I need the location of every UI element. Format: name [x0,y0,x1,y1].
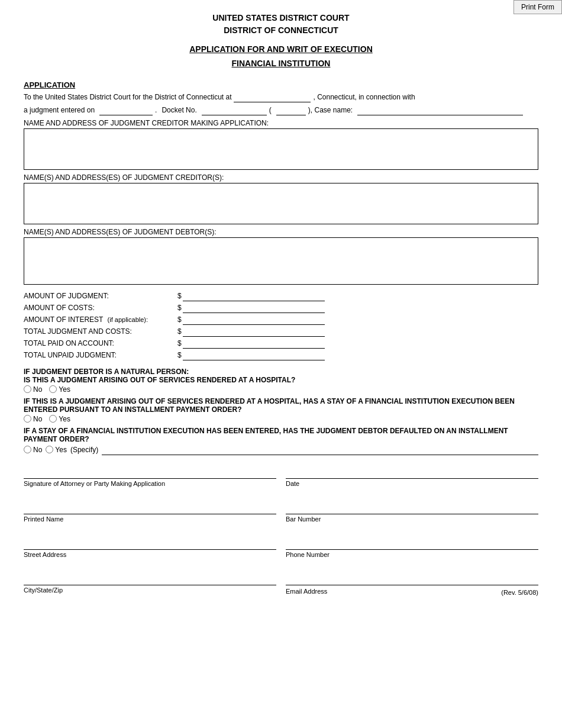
sig-email-label: Email Address [286,588,327,595]
creditors-box [24,183,538,224]
creditors-input[interactable] [24,183,538,224]
amount-judgment-input[interactable] [183,291,325,301]
application-section-title: APPLICATION [24,80,538,89]
sig-street-label: Street Address [24,551,276,558]
amount-costs-input[interactable] [183,302,325,313]
total-unpaid-label: TOTAL UNPAID JUDGMENT: [24,351,177,359]
q2-no-label[interactable]: No [24,415,42,423]
sig-printed-name-field: Printed Name [24,497,276,523]
q3-bold: IF A STAY OF A FINANCIAL INSTITUTION EXE… [24,427,538,443]
judgment-date-input[interactable] [99,105,153,115]
dollar-sign-5: $ [177,339,182,347]
total-paid-input[interactable] [183,338,325,349]
total-jc-label: TOTAL JUDGMENT AND COSTS: [24,327,177,336]
amount-costs-row: AMOUNT OF COSTS: $ [24,302,538,313]
total-unpaid-input[interactable] [183,350,325,360]
q1-bold: IF JUDGMENT DEBTOR IS A NATURAL PERSON: … [24,368,538,384]
sig-phone-label: Phone Number [286,551,538,558]
sig-date-input[interactable] [286,461,538,479]
debtors-label: NAME(S) AND ADDRESS(ES) OF JUDGMENT DEBT… [24,228,217,236]
amount-judgment-label: AMOUNT OF JUDGMENT: [24,292,177,300]
dollar-sign-4: $ [177,327,182,336]
specify-label: (Specify) [70,446,98,454]
sig-bar-number-input[interactable] [286,497,538,514]
sig-email-input[interactable] [286,568,538,585]
q1-yes-radio[interactable] [49,385,57,393]
sig-street-input[interactable] [24,532,276,550]
q1-yes-label[interactable]: Yes [49,385,70,394]
sig-city-field: City/State/Zip [24,568,276,596]
sig-city-label: City/State/Zip [24,587,276,594]
q2-radio-row: No Yes [24,415,538,423]
print-form-button[interactable]: Print Form [513,0,562,14]
revision-note: (Rev. 5/6/08) [501,589,538,596]
form-header: UNITED STATES DISTRICT COURT DISTRICT OF… [24,12,538,71]
form-title2: FINANCIAL INSTITUTION [232,59,331,68]
q3-yes-label[interactable]: Yes [46,446,67,454]
sig-phone-input[interactable] [286,532,538,550]
signature-section: Signature of Attorney or Party Making Ap… [24,461,538,596]
q2-no-radio[interactable] [24,415,31,423]
sig-date-field: Date [286,461,538,487]
amount-costs-label: AMOUNT OF COSTS: [24,304,177,312]
docket-no-label: Docket No. [162,106,196,114]
total-paid-label: TOTAL PAID ON ACCOUNT: [24,339,177,347]
court-city-input[interactable] [234,92,311,102]
form-title1: APPLICATION FOR AND WRIT OF EXECUTION [189,44,373,54]
amount-interest-input[interactable] [183,314,325,325]
creditor-making-box [24,128,538,170]
dollar-sign-1: $ [177,292,182,300]
sig-street-field: Street Address [24,532,276,558]
q3-specify-row: No Yes (Specify) [24,444,538,455]
q1-no-label[interactable]: No [24,385,42,394]
sig-phone-field: Phone Number [286,532,538,558]
court-post-text: , Connecticut, in connection with [313,93,415,101]
debtors-box [24,237,538,285]
creditor-making-label: NAME AND ADDRESS OF JUDGMENT CREDITOR MA… [24,119,269,127]
sig-bar-number-field: Bar Number [286,497,538,523]
sig-printed-name-input[interactable] [24,497,276,514]
q2-bold: IF THIS IS A JUDGMENT ARISING OUT OF SER… [24,397,538,414]
dollar-sign-6: $ [177,351,182,359]
docket-no-input[interactable] [202,105,267,115]
header-line1: UNITED STATES DISTRICT COURT [212,13,349,22]
sig-email-field: Email Address (Rev. 5/6/08) [286,568,538,596]
dollar-sign-3: $ [177,315,182,324]
debtors-input[interactable] [24,238,538,284]
sig-date-label: Date [286,480,538,487]
judgment-entered-label: a judgment entered on [24,106,95,114]
sig-attorney-input[interactable] [24,461,276,479]
q1-radio-row: No Yes [24,385,538,394]
dollar-sign-2: $ [177,304,182,312]
amount-interest-label: AMOUNT OF INTEREST (if applicable): [24,315,177,324]
court-line: To the United States District Court for … [24,92,538,102]
amount-interest-row: AMOUNT OF INTEREST (if applicable): $ [24,314,538,325]
sig-bar-number-label: Bar Number [286,516,538,523]
amount-judgment-row: AMOUNT OF JUDGMENT: $ [24,291,538,301]
court-pre-text: To the United States District Court for … [24,93,231,101]
sig-attorney-field: Signature of Attorney or Party Making Ap… [24,461,276,487]
docket-line: a judgment entered on . Docket No. ( ), … [24,105,538,115]
sig-attorney-label: Signature of Attorney or Party Making Ap… [24,480,276,487]
header-line2: DISTRICT OF CONNECTICUT [224,25,338,35]
q3-yes-radio[interactable] [46,446,53,453]
total-jc-row: TOTAL JUDGMENT AND COSTS: $ [24,326,538,337]
total-jc-input[interactable] [183,326,325,337]
q2-yes-label[interactable]: Yes [49,415,70,423]
case-name-input[interactable] [357,105,523,115]
q1-no-radio[interactable] [24,385,31,393]
sig-printed-name-label: Printed Name [24,516,276,523]
q2-yes-radio[interactable] [49,415,57,423]
total-paid-row: TOTAL PAID ON ACCOUNT: $ [24,338,538,349]
docket-paren-input[interactable] [276,105,306,115]
q3-no-radio[interactable] [24,446,31,453]
specify-input[interactable] [102,444,538,455]
q3-no-label[interactable]: No [24,446,42,454]
creditor-making-input[interactable] [24,129,538,169]
case-name-label: ), Case name: [308,106,353,114]
sig-city-input[interactable] [24,568,276,585]
creditors-label: NAME(S) AND ADDRESS(ES) OF JUDGMENT CRED… [24,173,224,182]
total-unpaid-row: TOTAL UNPAID JUDGMENT: $ [24,350,538,360]
